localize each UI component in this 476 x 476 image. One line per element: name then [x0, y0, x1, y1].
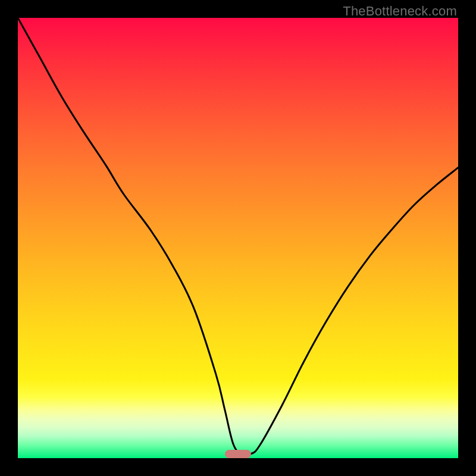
chart-frame: TheBottleneck.com	[0, 0, 476, 476]
curve-svg	[18, 18, 458, 458]
plot-area	[18, 18, 458, 458]
bottleneck-curve	[18, 18, 458, 455]
minimum-marker	[225, 450, 251, 458]
watermark-text: TheBottleneck.com	[343, 4, 457, 19]
